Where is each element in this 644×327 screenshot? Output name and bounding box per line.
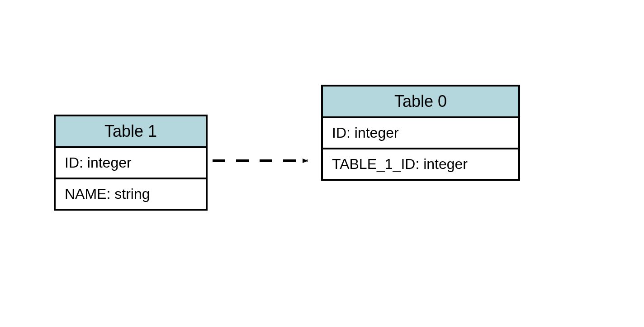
entity-table-1-column-id: ID: integer — [56, 148, 206, 179]
entity-table-1: Table 1 ID: integer NAME: string — [54, 115, 208, 211]
entity-table-1-column-name: NAME: string — [56, 179, 206, 209]
entity-table-1-title: Table 1 — [56, 116, 206, 148]
entity-table-0-column-id: ID: integer — [323, 118, 518, 149]
entity-table-0-column-table1id: TABLE_1_ID: integer — [323, 149, 518, 179]
entity-table-0-title: Table 0 — [323, 87, 518, 118]
diagram-canvas: Table 1 ID: integer NAME: string Table 0… — [0, 0, 644, 327]
entity-table-0: Table 0 ID: integer TABLE_1_ID: integer — [321, 85, 520, 181]
